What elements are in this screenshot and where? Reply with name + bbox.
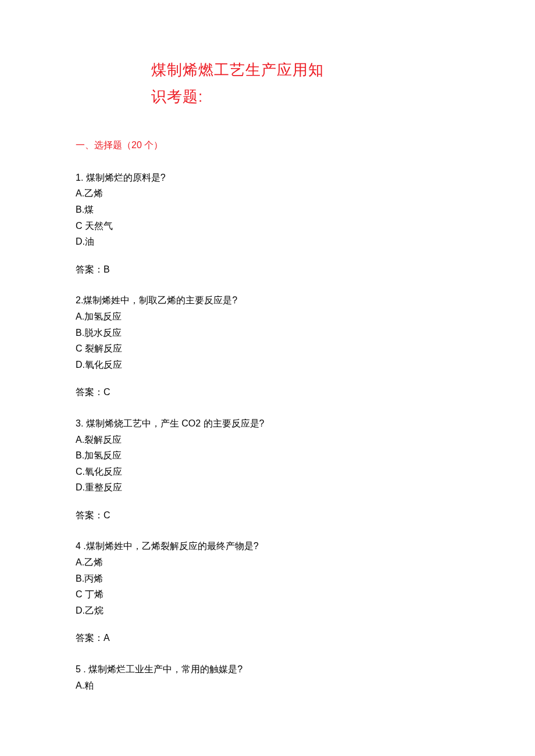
option-d: D.油 — [76, 234, 459, 249]
option-c: C 裂解反应 — [76, 341, 459, 356]
option-d: D.重整反应 — [76, 480, 459, 495]
option-b: B.加氢反应 — [76, 448, 459, 463]
document-title-line2: 识考题: — [151, 85, 459, 109]
question-text: 3. 煤制烯烧工艺中，产生 CO2 的主要反应是? — [76, 416, 459, 431]
question-block-1: 1. 煤制烯烂的原料是? A.乙烯 B.煤 C 天然气 D.油 答案：B — [76, 170, 459, 277]
question-text: 1. 煤制烯烂的原料是? — [76, 170, 459, 185]
option-c: C 丁烯 — [76, 587, 459, 602]
question-text: 5 . 煤制烯烂工业生产中，常用的触媒是? — [76, 662, 459, 677]
question-block-3: 3. 煤制烯烧工艺中，产生 CO2 的主要反应是? A.裂解反应 B.加氢反应 … — [76, 416, 459, 523]
answer: 答案：C — [76, 508, 459, 523]
option-b: B.丙烯 — [76, 571, 459, 586]
document-title-line1: 煤制烯燃工艺生产应用知 — [151, 58, 459, 83]
answer: 答案：B — [76, 262, 459, 277]
option-d: D.氧化反应 — [76, 357, 459, 372]
question-text: 2.煤制烯姓中，制取乙烯的主要反应是? — [76, 293, 459, 308]
question-text: 4 .煤制烯姓中，乙烯裂解反应的最终产物是? — [76, 539, 459, 554]
option-b: B.煤 — [76, 202, 459, 217]
option-b: B.脱水反应 — [76, 325, 459, 341]
option-a: A.加氢反应 — [76, 309, 459, 324]
question-block-2: 2.煤制烯姓中，制取乙烯的主要反应是? A.加氢反应 B.脱水反应 C 裂解反应… — [76, 293, 459, 400]
option-d: D.乙烷 — [76, 603, 459, 618]
answer: 答案：A — [76, 630, 459, 646]
option-c: C 天然气 — [76, 218, 459, 234]
answer: 答案：C — [76, 385, 459, 400]
question-block-5: 5 . 煤制烯烂工业生产中，常用的触媒是? A.粕 — [76, 662, 459, 693]
option-a: A.乙烯 — [76, 186, 459, 201]
section-header: 一、选择题（20 个） — [76, 138, 459, 153]
option-a: A.乙烯 — [76, 555, 459, 570]
option-a: A.粕 — [76, 678, 459, 693]
option-a: A.裂解反应 — [76, 432, 459, 447]
option-c: C.氧化反应 — [76, 464, 459, 479]
question-block-4: 4 .煤制烯姓中，乙烯裂解反应的最终产物是? A.乙烯 B.丙烯 C 丁烯 D.… — [76, 539, 459, 646]
